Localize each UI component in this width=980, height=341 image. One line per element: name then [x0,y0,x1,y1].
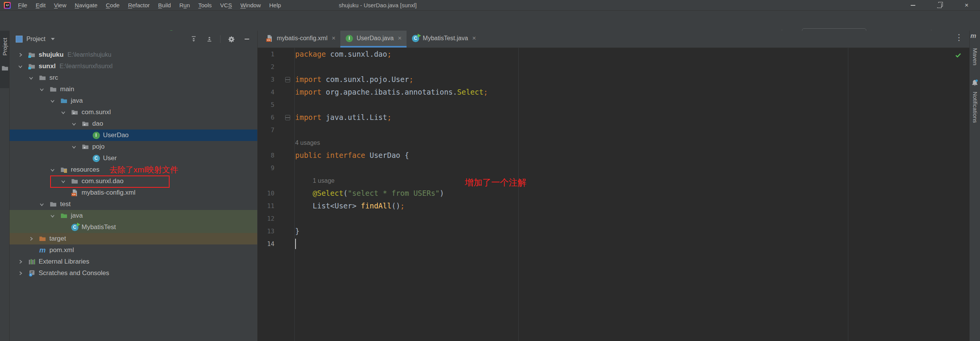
chevron-closed-icon[interactable] [15,258,26,266]
project-panel-title[interactable]: Project [26,36,46,43]
tab-mybatistest-java[interactable]: CMybatisTest.java× [407,31,481,48]
collapse-all-button[interactable] [204,34,214,44]
tree-item-label: MybatisTest [82,223,116,231]
tab-mybatis-config-xml[interactable]: <>mybatis-config.xml× [261,31,340,48]
chevron-closed-icon[interactable] [15,51,26,59]
chevron-open-icon[interactable] [58,177,69,185]
code-line-6[interactable]: 6import java.util.List; [258,111,969,124]
code-line-1[interactable]: 1package com.sunxl.dao; [258,48,969,61]
menu-code[interactable]: Code [102,0,124,10]
tree-item-scratches-and-consoles[interactable]: Scratches and Consoles [10,267,257,279]
tree-item-pojo[interactable]: pojo [10,141,257,152]
window-controls: × [900,0,980,10]
menu-navigate[interactable]: Navigate [70,0,101,10]
tree-item-sunxl[interactable]: sunxlE:\learn\sunxl\sunxl [10,61,257,72]
tree-item-dao[interactable]: dao [10,118,257,130]
xml-file-icon: <> [266,34,273,42]
code-line-10[interactable]: 10 @Select("select * from USERs") [258,187,969,200]
tab-options-kebab-icon[interactable]: ⋮ [955,33,963,42]
tree-item-user[interactable]: CUser [10,152,257,164]
menu-edit[interactable]: Edit [31,0,50,10]
fold-marker-icon[interactable] [285,115,290,120]
chevron-open-icon[interactable] [47,97,58,105]
menu-tools[interactable]: Tools [194,0,216,10]
close-button[interactable]: × [953,0,980,10]
chevron-down-icon[interactable] [51,38,55,40]
code-line-11[interactable]: 11 List<User> findAll(); [258,200,969,212]
tree-item-userdao[interactable]: IUserDao [10,130,257,141]
fold-marker-icon[interactable] [285,77,290,82]
tree-item-pom-xml[interactable]: mpom.xml [10,244,257,256]
code-line-14[interactable]: 14 [258,238,969,250]
tab-close-icon[interactable]: × [332,34,335,42]
tree-item-test[interactable]: test [10,198,257,210]
chevron-open-icon[interactable] [69,120,79,128]
code-line-7[interactable]: 7 [258,124,969,136]
chevron-spacer [58,223,69,231]
tree-item-target[interactable]: target [10,233,257,244]
tree-item-java[interactable]: java [10,210,257,221]
inspection-ok-check-icon[interactable] [955,52,962,60]
tree-item-resources[interactable]: resources去除了xml映射文件 [10,164,257,175]
menu-refactor[interactable]: Refactor [124,0,154,10]
usages-inlay-hint[interactable]: 1 usage [258,174,969,187]
folder-icon [71,177,78,185]
chevron-open-icon[interactable] [26,74,36,82]
code-line-4[interactable]: 4import org.apache.ibatis.annotations.Se… [258,86,969,98]
code-line-13[interactable]: 13} [258,225,969,238]
chevron-open-icon[interactable] [47,166,58,174]
hide-panel-button[interactable] [242,34,252,44]
tree-item-com-sunxl[interactable]: com.sunxl [10,107,257,118]
chevron-open-icon[interactable] [15,62,26,70]
tree-item-mybatistest[interactable]: CMybatisTest [10,221,257,233]
expand-all-button[interactable] [189,34,199,44]
menu-view[interactable]: View [50,0,70,10]
code-line-12[interactable]: 12 [258,212,969,225]
code-line-2[interactable]: 2 [258,61,969,73]
editor-content[interactable]: 1package com.sunxl.dao;23import com.sunx… [258,48,969,341]
package-icon [71,108,78,116]
menu-run[interactable]: Run [175,0,194,10]
tree-item-src[interactable]: src [10,72,257,84]
tab-close-icon[interactable]: × [472,34,476,42]
line-number: 14 [258,238,274,250]
tree-item-com-sunxl-dao[interactable]: com.sunxl.dao [10,175,257,187]
tree-item-label: com.sunxl [82,108,111,116]
tree-item-label: java [71,97,83,105]
tree-item-java[interactable]: java [10,95,257,107]
menu-window[interactable]: Window [236,0,265,10]
tree-item-shujuku[interactable]: shujukuE:\learn\shujuku [10,49,257,61]
usages-inlay-hint[interactable]: 4 usages [258,136,969,149]
chevron-open-icon[interactable] [36,200,47,208]
minimize-button[interactable] [900,0,926,10]
code-line-5[interactable]: 5 [258,98,969,111]
menu-build[interactable]: Build [154,0,175,10]
menu-file[interactable]: File [14,0,31,10]
chevron-closed-icon[interactable] [15,269,26,277]
panel-settings-gear-button[interactable] [226,34,236,44]
project-panel-header: Project [10,31,257,48]
menu-help[interactable]: Help [265,0,285,10]
chevron-open-icon[interactable] [58,108,69,116]
code-line-9[interactable]: 9 [258,162,969,174]
maven-tool-button[interactable]: Maven [972,48,978,65]
chevron-open-icon[interactable] [47,212,58,220]
code-line-3[interactable]: 3import com.sunxl.pojo.User; [258,73,969,86]
restore-button[interactable] [926,0,953,10]
menu-vcs[interactable]: VCS [216,0,236,10]
project-tool-button[interactable]: Project [0,31,9,88]
code-line-8[interactable]: 8public interface UserDao { [258,149,969,162]
notifications-tool-button[interactable]: Notifications [972,92,978,123]
tree-item-label: target [49,235,66,243]
chevron-closed-icon[interactable] [26,235,36,243]
tree-item-main[interactable]: main [10,84,257,95]
tab-userdao-java[interactable]: IUserDao.java× [340,31,407,48]
chevron-open-icon[interactable] [69,143,79,151]
ide-window: IJ FileEditViewNavigateCodeRefactorBuild… [0,0,980,341]
inlay-text: 4 usages [258,136,969,149]
tree-item-mybatis-config-xml[interactable]: <>mybatis-config.xml [10,187,257,198]
chevron-open-icon[interactable] [36,85,47,93]
folder-icon [1,64,9,74]
tab-close-icon[interactable]: × [398,34,402,42]
tree-item-external-libraries[interactable]: External Libraries [10,256,257,267]
